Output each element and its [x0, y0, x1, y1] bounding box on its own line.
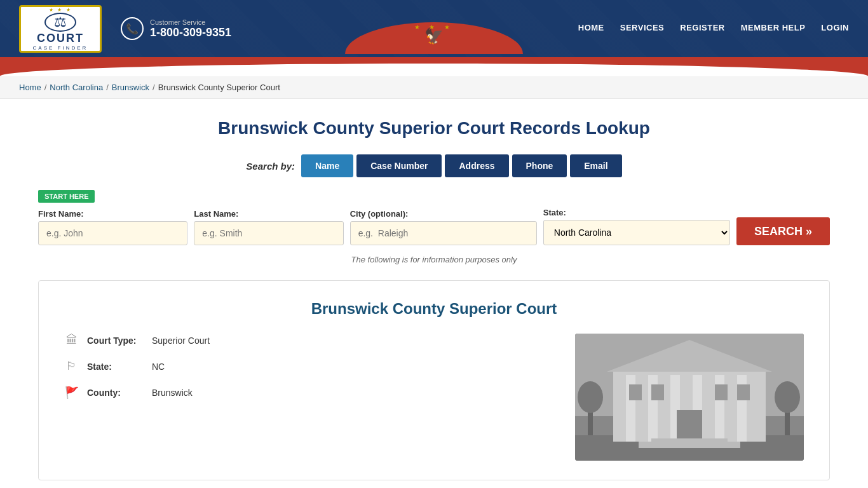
svg-point-21	[775, 381, 800, 413]
nav-home[interactable]: HOME	[578, 23, 604, 35]
phone-area: 📞 Customer Service 1-800-309-9351	[121, 17, 231, 40]
wave-divider: ★ ★ ★ 🦅	[0, 57, 868, 76]
search-section: START HERE First Name: Last Name: City (…	[38, 190, 830, 264]
court-type-value: Superior Court	[152, 336, 210, 346]
last-name-label: Last Name:	[194, 209, 343, 219]
tab-address[interactable]: Address	[445, 154, 508, 177]
phone-label: Customer Service	[150, 18, 231, 26]
logo-area: ★ ★ ★ COURT CASE FINDER	[19, 5, 102, 53]
phone-number: 1-800-309-9351	[150, 26, 231, 39]
page-title: Brunswick County Superior Court Records …	[38, 118, 830, 139]
court-details-row: 🏛 Court Type: Superior Court 🏳 State: NC…	[64, 334, 804, 461]
svg-point-19	[578, 381, 603, 413]
county-label: County:	[87, 388, 144, 398]
breadcrumb-current: Brunswick County Superior Court	[158, 83, 280, 92]
court-type-icon: 🏛	[64, 334, 79, 347]
logo-sub-text: CASE FINDER	[33, 45, 88, 51]
courthouse-image	[575, 334, 804, 461]
nav-login[interactable]: LOGIN	[821, 23, 849, 35]
breadcrumb-sep-2: /	[106, 83, 109, 92]
breadcrumb: Home / North Carolina / Brunswick / Brun…	[0, 76, 868, 99]
tab-email[interactable]: Email	[570, 154, 621, 177]
city-label: City (optional):	[350, 209, 537, 219]
county-icon: 🚩	[64, 386, 79, 400]
phone-icon: 📞	[121, 17, 144, 40]
svg-rect-11	[677, 410, 702, 442]
tab-phone[interactable]: Phone	[512, 154, 567, 177]
info-note: The following is for information purpose…	[38, 255, 830, 264]
court-card: Brunswick County Superior Court 🏛 Court …	[38, 280, 830, 480]
state-select[interactable]: North Carolina Alabama Alaska Arizona Ca…	[543, 220, 730, 245]
nav-services[interactable]: SERVICES	[620, 23, 665, 35]
svg-rect-14	[715, 384, 728, 400]
court-type-label: Court Type:	[87, 336, 144, 346]
main-nav: HOME SERVICES REGISTER MEMBER HELP LOGIN	[578, 23, 849, 35]
state-value: NC	[152, 362, 165, 372]
search-by-label: Search by:	[246, 161, 295, 172]
logo-main-text: COURT	[37, 32, 84, 45]
court-card-title: Brunswick County Superior Court	[64, 300, 804, 318]
search-by-row: Search by: Name Case Number Address Phon…	[38, 154, 830, 177]
svg-rect-12	[629, 384, 642, 400]
state-item: 🏳 State: NC	[64, 360, 550, 373]
first-name-input[interactable]	[38, 221, 187, 245]
state-icon: 🏳	[64, 360, 79, 373]
nav-register[interactable]: REGISTER	[680, 23, 724, 35]
last-name-input[interactable]	[194, 221, 343, 245]
breadcrumb-sep-1: /	[44, 83, 47, 92]
last-name-group: Last Name:	[194, 209, 343, 245]
state-label: State:	[87, 362, 144, 372]
logo-icon	[44, 13, 76, 32]
breadcrumb-sep-3: /	[153, 83, 155, 92]
state-label: State:	[543, 208, 730, 217]
tab-name[interactable]: Name	[301, 154, 353, 177]
city-group: City (optional):	[350, 209, 537, 245]
breadcrumb-state[interactable]: North Carolina	[50, 83, 103, 92]
nav-member-help[interactable]: MEMBER HELP	[741, 23, 806, 35]
eagle-decoration: ★ ★ ★ 🦅	[345, 22, 523, 67]
state-group: State: North Carolina Alabama Alaska Ari…	[543, 208, 730, 245]
svg-rect-17	[639, 442, 740, 448]
svg-rect-13	[651, 384, 664, 400]
logo: ★ ★ ★ COURT CASE FINDER	[19, 5, 102, 53]
county-item: 🚩 County: Brunswick	[64, 386, 550, 400]
svg-rect-15	[737, 384, 750, 400]
county-value: Brunswick	[152, 388, 193, 398]
court-type-item: 🏛 Court Type: Superior Court	[64, 334, 550, 347]
logo-stars: ★ ★ ★	[49, 7, 71, 13]
search-button[interactable]: SEARCH »	[736, 217, 830, 245]
first-name-group: First Name:	[38, 209, 187, 245]
start-here-badge: START HERE	[38, 190, 95, 203]
court-details-left: 🏛 Court Type: Superior Court 🏳 State: NC…	[64, 334, 550, 461]
search-form: First Name: Last Name: City (optional): …	[38, 208, 830, 245]
first-name-label: First Name:	[38, 209, 187, 219]
city-input[interactable]	[350, 221, 537, 245]
tab-case-number[interactable]: Case Number	[356, 154, 442, 177]
main-content: Brunswick County Superior Court Records …	[0, 99, 868, 488]
eagle-icon: 🦅	[424, 27, 444, 45]
breadcrumb-county[interactable]: Brunswick	[112, 83, 149, 92]
breadcrumb-home[interactable]: Home	[19, 83, 41, 92]
